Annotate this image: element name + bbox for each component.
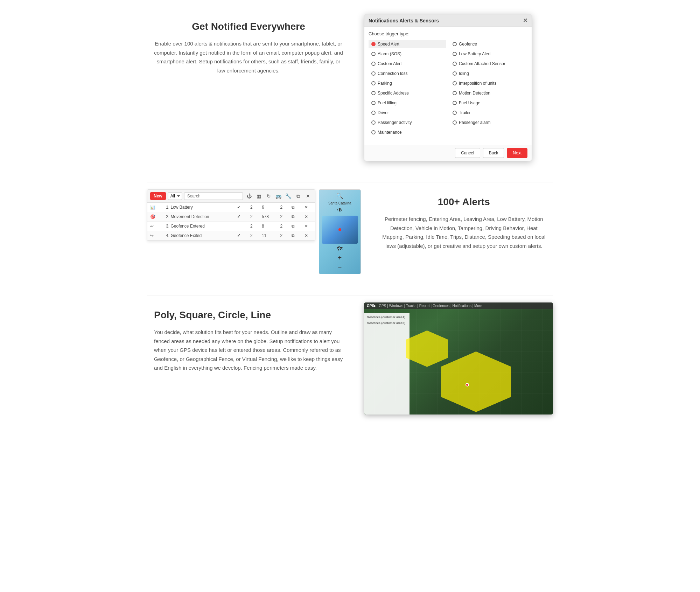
section-alerts: New All ⏻ ▦ ↻ 🚌 🔧 ⧉ ✕	[147, 189, 553, 274]
notify-image-col: Notifications Alerts & Sensors ✕ Choose …	[364, 14, 553, 161]
option-fuel-filling[interactable]: Fuel filling	[369, 99, 446, 107]
back-button[interactable]: Back	[483, 148, 504, 158]
row-col4: 8	[259, 222, 277, 231]
geofence-title: Poly, Square, Circle, Line	[154, 309, 343, 321]
row-col4: 11	[259, 231, 277, 241]
bus-icon[interactable]: 🚌	[274, 192, 283, 200]
radio-icon	[371, 81, 376, 85]
modal-title-bar: Notifications Alerts & Sensors ✕	[364, 14, 532, 27]
icon-buttons-group: ⏻ ▦ ↻ 🚌 🔧 ⧉ ✕	[245, 192, 312, 200]
radio-icon	[371, 111, 376, 115]
row-delete[interactable]: ✕	[302, 231, 315, 241]
table-row[interactable]: ↪ 4. Geofence Exited ✓ 2 11 2 ⧉ ✕	[147, 231, 315, 241]
option-geofence[interactable]: Geofence	[450, 40, 527, 48]
alerts-inline-row: New All ⏻ ▦ ↻ 🚌 🔧 ⧉ ✕	[147, 189, 361, 274]
radio-options-grid: Speed Alert Geofence Alarm (SOS) Low Bat…	[369, 40, 527, 137]
alerts-toolbar: New All ⏻ ▦ ↻ 🚌 🔧 ⧉ ✕	[147, 190, 315, 203]
radio-icon	[371, 42, 376, 46]
radio-icon	[453, 111, 457, 115]
row-col5: 2	[277, 212, 289, 222]
option-parking[interactable]: Parking	[369, 79, 446, 88]
search-input[interactable]	[184, 192, 243, 200]
row-icon: ↩	[147, 222, 163, 231]
row-icon: 🎯	[147, 212, 163, 222]
option-idling[interactable]: Idling	[450, 69, 527, 78]
table-row[interactable]: 🎯 2. Movement Detection ✓ 2 578 2 ⧉ ✕	[147, 212, 315, 222]
row-delete[interactable]: ✕	[302, 222, 315, 231]
close-icon[interactable]: ✕	[523, 17, 527, 24]
row-delete[interactable]: ✕	[302, 203, 315, 212]
option-motion-detection[interactable]: Motion Detection	[450, 89, 527, 97]
power-icon[interactable]: ⏻	[245, 192, 253, 200]
row-col3: 2	[247, 203, 259, 212]
row-name: 1. Low Battery	[163, 203, 234, 212]
gps-logo: GPS▸	[367, 304, 376, 308]
radio-icon	[371, 62, 376, 66]
new-button[interactable]: New	[150, 192, 166, 200]
option-maintenance[interactable]: Maintenance	[369, 128, 446, 137]
section-notify: Get Notified Everywhere Enable over 100 …	[147, 14, 553, 161]
row-check: ✓	[234, 203, 247, 212]
row-icon: 📊	[147, 203, 163, 212]
table-row[interactable]: 📊 1. Low Battery ✓ 2 6 2 ⧉ ✕	[147, 203, 315, 212]
alerts-text-col: 100+ Alerts Perimeter fencing, Entering …	[375, 189, 553, 257]
option-driver[interactable]: Driver	[369, 109, 446, 117]
radio-icon	[453, 71, 457, 76]
row-copy[interactable]: ⧉	[289, 222, 301, 231]
radio-icon	[371, 91, 376, 95]
alerts-desc: Perimeter fencing, Entering Area, Leavin…	[382, 215, 546, 250]
notify-desc: Enable over 100 alerts & notifications t…	[154, 39, 343, 75]
delete-icon[interactable]: ✕	[304, 192, 312, 200]
row-col4: 578	[259, 212, 277, 222]
option-trailer[interactable]: Trailer	[450, 109, 527, 117]
option-passenger-alarm[interactable]: Passenger alarm	[450, 118, 527, 127]
geofence-map-col: GPS▸ GPS | Windows | Tracks | Report | G…	[364, 302, 553, 415]
option-passenger-activity[interactable]: Passenger activity	[369, 118, 446, 127]
option-fuel-usage[interactable]: Fuel Usage	[450, 99, 527, 107]
section-geofence: Poly, Square, Circle, Line You decide, w…	[147, 302, 553, 415]
filter-select[interactable]: All	[168, 192, 182, 200]
row-copy[interactable]: ⧉	[289, 203, 301, 212]
screen-icon[interactable]: ▦	[255, 192, 263, 200]
row-delete[interactable]: ✕	[302, 212, 315, 222]
option-custom-alert[interactable]: Custom Alert	[369, 60, 446, 68]
map-toolbar[interactable]: GPS▸ GPS | Windows | Tracks | Report | G…	[364, 302, 553, 309]
map-location-label: Santa Catalina	[328, 201, 351, 205]
geofence-text-col: Poly, Square, Circle, Line You decide, w…	[147, 302, 350, 379]
copy-icon[interactable]: ⧉	[294, 192, 302, 200]
notifications-modal: Notifications Alerts & Sensors ✕ Choose …	[364, 14, 532, 161]
eye-icon[interactable]: 👁	[337, 207, 343, 214]
map-icon[interactable]: 🗺	[337, 246, 343, 252]
row-col3: 2	[247, 212, 259, 222]
zoom-out-icon[interactable]: −	[338, 264, 342, 271]
option-low-battery[interactable]: Low Battery Alert	[450, 50, 527, 58]
zoom-in-icon[interactable]: +	[338, 254, 342, 262]
option-empty	[450, 128, 527, 137]
option-interposition[interactable]: Interposition of units	[450, 79, 527, 88]
search-icon[interactable]: 🔍	[336, 193, 343, 199]
row-copy[interactable]: ⧉	[289, 212, 301, 222]
map-marker	[465, 383, 469, 386]
radio-icon	[453, 42, 457, 46]
next-button[interactable]: Next	[507, 148, 527, 158]
cancel-button[interactable]: Cancel	[455, 148, 480, 158]
row-name: 3. Geofence Entered	[163, 222, 234, 231]
option-custom-sensor[interactable]: Custom Attached Sensor	[450, 60, 527, 68]
option-connection-loss[interactable]: Connection loss	[369, 69, 446, 78]
option-speed-alert[interactable]: Speed Alert	[369, 40, 446, 48]
notify-text-col: Get Notified Everywhere Enable over 100 …	[147, 14, 350, 82]
radio-icon	[453, 62, 457, 66]
tool-icon[interactable]: 🔧	[284, 192, 293, 200]
geofence-list-item[interactable]: Geofence (customer area1)	[365, 314, 408, 320]
modal-title: Notifications Alerts & Sensors	[369, 18, 439, 23]
table-row[interactable]: ↩ 3. Geofence Entered 2 8 2 ⧉ ✕	[147, 222, 315, 231]
refresh-icon[interactable]: ↻	[265, 192, 273, 200]
row-copy[interactable]: ⧉	[289, 231, 301, 241]
toolbar-label: GPS | Windows | Tracks | Report | Geofen…	[379, 304, 482, 308]
geofence-list-item[interactable]: Geofence (customer area2)	[365, 320, 408, 326]
radio-icon	[371, 120, 376, 125]
option-alarm-sos[interactable]: Alarm (SOS)	[369, 50, 446, 58]
option-specific-address[interactable]: Specific Address	[369, 89, 446, 97]
radio-icon	[453, 52, 457, 56]
row-check: ✓	[234, 212, 247, 222]
